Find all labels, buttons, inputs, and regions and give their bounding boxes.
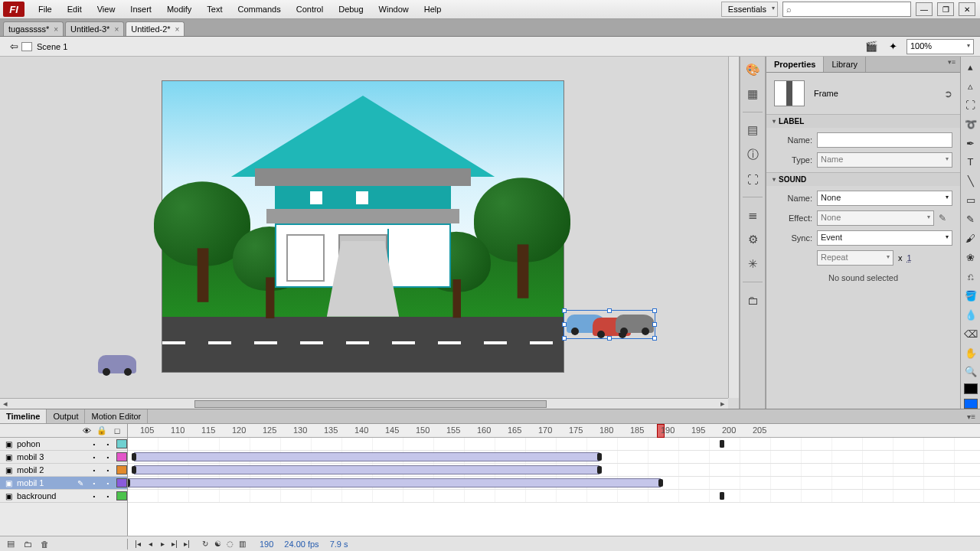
onion-outline-icon[interactable]: ◌ bbox=[224, 539, 235, 549]
workspace-switcher[interactable]: Essentials bbox=[721, 2, 778, 17]
swatches-panel-icon[interactable]: ▦ bbox=[744, 86, 761, 103]
close-tab-icon[interactable]: × bbox=[114, 25, 119, 34]
keyframe[interactable] bbox=[720, 440, 724, 448]
lock-icon[interactable]: 🔒 bbox=[96, 425, 107, 435]
edit-scene-icon[interactable]: 🎬 bbox=[864, 40, 879, 54]
lock-dot[interactable]: • bbox=[103, 454, 113, 461]
visibility-dot[interactable]: • bbox=[89, 441, 100, 448]
layer-row[interactable]: ▣ mobil 1 ✎ • • bbox=[0, 477, 127, 490]
menu-control[interactable]: Control bbox=[289, 2, 331, 17]
close-tab-icon[interactable]: × bbox=[54, 25, 58, 34]
pen-tool-icon[interactable]: ✒ bbox=[963, 136, 978, 151]
scroll-right-icon[interactable]: ▸ bbox=[717, 399, 728, 409]
line-tool-icon[interactable]: ╲ bbox=[963, 174, 978, 188]
lock-dot[interactable]: • bbox=[103, 467, 113, 474]
outline-color-swatch[interactable] bbox=[116, 491, 127, 500]
sound-name-dropdown[interactable]: None bbox=[817, 191, 952, 206]
eye-icon[interactable]: 👁 bbox=[81, 426, 92, 435]
minimize-button[interactable]: — bbox=[916, 2, 933, 16]
visibility-dot[interactable]: • bbox=[89, 467, 100, 474]
loop-icon[interactable]: ↻ bbox=[200, 539, 211, 549]
timeline-options-icon[interactable]: ▾≡ bbox=[962, 411, 980, 422]
visibility-dot[interactable]: • bbox=[89, 454, 100, 461]
lock-dot[interactable]: • bbox=[103, 480, 113, 487]
section-label[interactable]: LABEL bbox=[766, 115, 960, 128]
new-layer-icon[interactable]: ▤ bbox=[5, 539, 17, 549]
lock-dot[interactable]: • bbox=[103, 441, 113, 448]
outline-icon[interactable]: □ bbox=[112, 426, 122, 435]
tab-motion-editor[interactable]: Motion Editor bbox=[85, 409, 148, 423]
hand-tool-icon[interactable]: ✋ bbox=[963, 346, 978, 360]
keyframe[interactable] bbox=[128, 479, 130, 487]
stage-area[interactable]: ◂ ▸ bbox=[0, 57, 740, 409]
menu-text[interactable]: Text bbox=[199, 2, 230, 17]
menu-help[interactable]: Help bbox=[416, 2, 449, 17]
keyframe[interactable] bbox=[132, 466, 136, 474]
delete-layer-icon[interactable]: 🗑 bbox=[38, 539, 51, 549]
step-back-icon[interactable]: ◂ bbox=[145, 539, 155, 549]
zoom-tool-icon[interactable]: 🔍 bbox=[963, 365, 978, 380]
scene-breadcrumb[interactable]: Scene 1 bbox=[21, 42, 67, 51]
menu-file[interactable]: File bbox=[31, 2, 60, 17]
menu-window[interactable]: Window bbox=[371, 2, 416, 17]
rectangle-tool-icon[interactable]: ▭ bbox=[963, 193, 978, 207]
label-type-dropdown[interactable]: Name bbox=[817, 152, 952, 168]
subselection-tool-icon[interactable]: ▵ bbox=[963, 79, 978, 93]
components-panel-icon[interactable]: ⚙ bbox=[744, 231, 761, 248]
menu-view[interactable]: View bbox=[90, 2, 123, 17]
selection-tool-icon[interactable]: ▴ bbox=[963, 60, 978, 74]
visibility-dot[interactable]: • bbox=[89, 480, 100, 487]
new-folder-icon[interactable]: 🗀 bbox=[21, 539, 34, 549]
deco-tool-icon[interactable]: ❀ bbox=[963, 250, 978, 265]
document-tab[interactable]: tugasssss*× bbox=[3, 21, 64, 36]
menu-debug[interactable]: Debug bbox=[331, 2, 371, 17]
goto-first-icon[interactable]: |◂ bbox=[132, 539, 143, 549]
outline-color-swatch[interactable] bbox=[116, 439, 127, 448]
tab-timeline[interactable]: Timeline bbox=[0, 409, 47, 423]
frame-row[interactable] bbox=[128, 451, 980, 464]
keyframe[interactable] bbox=[132, 453, 136, 461]
color-panel-icon[interactable]: 🎨 bbox=[744, 61, 761, 78]
pencil-tool-icon[interactable]: ✎ bbox=[963, 212, 978, 227]
eyedropper-tool-icon[interactable]: 💧 bbox=[963, 308, 978, 322]
restore-button[interactable]: ❐ bbox=[937, 2, 954, 16]
transform-panel-icon[interactable]: ⛶ bbox=[744, 171, 761, 187]
edit-effect-icon[interactable]: ✎ bbox=[939, 213, 952, 223]
lock-dot[interactable]: • bbox=[103, 493, 113, 500]
keyframe[interactable] bbox=[720, 492, 724, 500]
edit-symbol-icon[interactable]: ✦ bbox=[885, 40, 900, 54]
project-panel-icon[interactable]: 🗀 bbox=[744, 292, 761, 308]
vertical-scrollbar[interactable] bbox=[728, 57, 739, 398]
bone-tool-icon[interactable]: ⎌ bbox=[963, 269, 978, 284]
close-tab-icon[interactable]: × bbox=[175, 25, 180, 34]
step-fwd-icon[interactable]: ▸| bbox=[169, 539, 180, 549]
menu-insert[interactable]: Insert bbox=[122, 2, 159, 17]
layer-row[interactable]: ▣ backround • • bbox=[0, 490, 127, 503]
tab-properties[interactable]: Properties bbox=[766, 57, 824, 72]
edit-multiple-icon[interactable]: ▥ bbox=[237, 539, 247, 549]
keyframe[interactable] bbox=[597, 466, 602, 474]
tween-span[interactable] bbox=[128, 478, 661, 487]
text-tool-icon[interactable]: T bbox=[963, 155, 978, 170]
sound-sync-dropdown[interactable]: Event bbox=[817, 230, 952, 246]
tab-library[interactable]: Library bbox=[824, 57, 866, 72]
scroll-thumb[interactable] bbox=[194, 400, 547, 408]
zoom-dropdown[interactable]: 100% bbox=[906, 39, 974, 54]
keyframe[interactable] bbox=[597, 453, 602, 461]
panel-menu-icon[interactable]: ▾≡ bbox=[943, 57, 960, 72]
help-search-input[interactable]: ⌕ bbox=[782, 2, 911, 17]
outline-color-swatch[interactable] bbox=[116, 478, 127, 487]
code-snippets-icon[interactable]: ≣ bbox=[744, 207, 761, 223]
back-arrow-icon[interactable]: ⇦ bbox=[6, 40, 21, 54]
tab-output[interactable]: Output bbox=[47, 409, 85, 423]
fill-color-swatch[interactable] bbox=[964, 399, 978, 409]
lasso-tool-icon[interactable]: ➰ bbox=[963, 117, 978, 132]
menu-modify[interactable]: Modify bbox=[159, 2, 199, 17]
free-transform-tool-icon[interactable]: ⛶ bbox=[963, 98, 978, 112]
scroll-left-icon[interactable]: ◂ bbox=[0, 399, 11, 409]
outline-color-swatch[interactable] bbox=[116, 465, 127, 474]
paint-bucket-tool-icon[interactable]: 🪣 bbox=[963, 289, 978, 303]
visibility-dot[interactable]: • bbox=[89, 493, 100, 500]
menu-edit[interactable]: Edit bbox=[60, 2, 90, 17]
sound-effect-dropdown[interactable]: None bbox=[817, 210, 934, 226]
